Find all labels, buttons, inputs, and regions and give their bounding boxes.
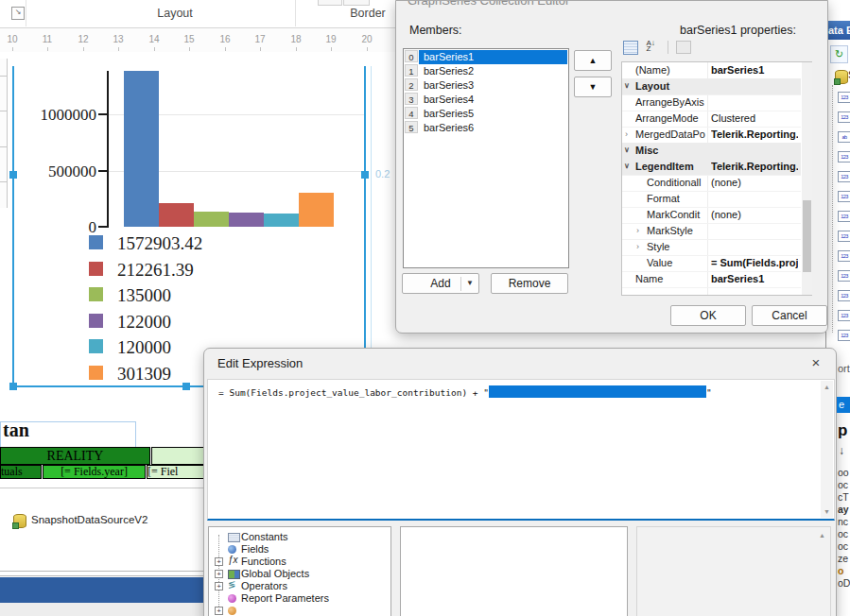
member-row[interactable]: 3 barSeries4 xyxy=(405,93,567,107)
property-grid[interactable]: (Name)barSeries1 ∨Layout ArrangeByAxis A… xyxy=(621,61,812,296)
property-row[interactable]: (Name)barSeries1 xyxy=(622,62,801,79)
ribbon-separator xyxy=(295,0,296,26)
property-row[interactable]: ArrangeByAxis xyxy=(622,94,801,111)
property-category-row[interactable]: ∨Misc xyxy=(622,143,801,160)
table-cell-year-field[interactable]: [= Fields.year] xyxy=(43,465,146,479)
numeric-field-icon[interactable]: 123 xyxy=(838,270,850,282)
numeric-field-icon[interactable]: 123 xyxy=(838,191,850,202)
ruler-number: 13 xyxy=(109,34,128,44)
property-row[interactable]: ›MarkStyle xyxy=(622,223,801,240)
chart-bar xyxy=(194,212,229,227)
selection-handle[interactable] xyxy=(361,171,369,179)
property-row[interactable]: ›MergedDataPoTelerik.Reporting.M xyxy=(622,127,801,144)
table-cell-field[interactable]: [= Fiel xyxy=(147,465,206,479)
cut-toolbar-button[interactable] xyxy=(343,0,370,6)
cut-panel-text-fragment: ze xyxy=(838,553,848,564)
legend-swatch xyxy=(89,366,103,380)
ok-button[interactable]: OK xyxy=(670,305,746,326)
members-listbox[interactable]: 0 barSeries1 1 barSeries2 2 barSeries3 3… xyxy=(403,48,569,268)
property-row[interactable]: ›Style xyxy=(622,239,801,256)
table-cell-reality[interactable]: REALITY xyxy=(0,447,150,465)
property-row[interactable]: Format xyxy=(622,191,801,208)
y-axis-label: 500000 xyxy=(26,163,96,181)
property-row-value[interactable]: Value= Sum(Fields.proje xyxy=(622,255,801,272)
categorized-icon[interactable] xyxy=(623,41,638,55)
scroll-up-icon[interactable]: ▲ xyxy=(821,381,833,393)
expression-items-pane[interactable] xyxy=(400,526,628,616)
status-strip xyxy=(0,577,206,603)
textbox-item-country[interactable]: tan xyxy=(0,421,136,448)
expand-plus-icon[interactable]: + xyxy=(215,582,223,590)
ruler-number: 14 xyxy=(145,34,164,44)
expand-plus-icon[interactable]: + xyxy=(215,557,223,566)
member-row[interactable]: 1 barSeries2 xyxy=(405,64,567,78)
property-row[interactable]: NamebarSeries1 xyxy=(622,271,801,288)
fields-icon xyxy=(228,545,236,554)
alphabetical-sort-icon[interactable]: A↓Z xyxy=(646,41,659,52)
constants-icon xyxy=(228,533,240,542)
expression-category-tree-pane[interactable]: Constants Fields + ƒx Functions + Global… xyxy=(208,526,391,616)
property-category-row[interactable]: ∨LegendItemTelerik.Reporting.L xyxy=(622,159,801,176)
tray-divider xyxy=(0,488,206,488)
numeric-field-icon[interactable]: 123 xyxy=(838,171,850,182)
property-row[interactable]: Conditionall(none) xyxy=(622,175,801,192)
close-icon[interactable]: × xyxy=(807,354,824,370)
chart-bar xyxy=(229,213,264,227)
scroll-up-icon[interactable]: ▲ xyxy=(816,529,828,541)
legend-swatch xyxy=(89,314,103,328)
panel-ridge xyxy=(0,571,206,576)
numeric-field-icon[interactable]: 123 xyxy=(838,330,850,341)
cancel-button[interactable]: Cancel xyxy=(752,305,827,326)
scrollbar[interactable] xyxy=(802,62,812,295)
numeric-field-icon[interactable]: 123 xyxy=(838,151,850,163)
data-explorer-header[interactable]: ata E xyxy=(825,21,850,40)
selection-handle[interactable] xyxy=(182,383,190,390)
cut-panel-text-fragment: ort xyxy=(838,363,850,374)
chart-bar xyxy=(264,214,299,227)
move-up-button[interactable]: ▲ xyxy=(574,50,612,71)
scrollbar[interactable]: ▲ ▼ xyxy=(821,381,833,518)
add-button[interactable]: Add▼ xyxy=(402,273,479,294)
member-row[interactable]: 0 barSeries1 xyxy=(405,50,567,64)
datasource-node-icon xyxy=(835,70,848,84)
functions-icon: ƒx xyxy=(228,556,238,564)
property-category-row[interactable]: ∨Layout xyxy=(622,78,801,95)
move-down-button[interactable]: ▼ xyxy=(574,77,612,97)
ribbon-separator xyxy=(26,0,26,26)
string-field-icon[interactable]: ab xyxy=(838,131,850,143)
ruler-number: 16 xyxy=(216,34,234,44)
table-cell-actuals[interactable]: tuals xyxy=(0,465,42,479)
selection-handle[interactable] xyxy=(9,383,17,390)
ruler-number: 11 xyxy=(38,34,57,44)
dialog-launcher-icon[interactable]: ↘ xyxy=(11,7,25,20)
property-row[interactable]: MarkCondit(none) xyxy=(622,207,801,224)
property-row[interactable]: ArrangeModeClustered xyxy=(622,111,801,128)
selection-edge-left[interactable] xyxy=(12,66,14,387)
member-row[interactable]: 5 barSeries6 xyxy=(405,121,567,135)
numeric-field-icon[interactable]: 123 xyxy=(838,111,850,123)
expand-plus-icon[interactable]: + xyxy=(215,570,223,578)
numeric-field-icon[interactable]: 123 xyxy=(838,250,850,262)
global-objects-icon xyxy=(228,570,240,579)
legend-label: 120000 xyxy=(117,337,171,358)
chevron-down-icon[interactable]: ▼ xyxy=(466,274,474,293)
member-row[interactable]: 4 barSeries5 xyxy=(405,107,567,121)
numeric-field-icon[interactable]: 123 xyxy=(838,92,850,103)
table-cell[interactable] xyxy=(151,447,206,465)
scroll-down-icon[interactable]: ▼ xyxy=(821,505,833,518)
numeric-field-icon[interactable]: 123 xyxy=(838,310,850,321)
legend-label: 301309 xyxy=(117,364,171,385)
numeric-field-icon[interactable]: 123 xyxy=(838,231,850,242)
expression-textarea[interactable]: = Sum(Fields.project_value_labor_contrib… xyxy=(207,379,835,521)
member-row[interactable]: 2 barSeries3 xyxy=(405,78,567,93)
cut-toolbar-button[interactable] xyxy=(318,0,342,6)
window-edge xyxy=(0,603,206,616)
remove-button[interactable]: Remove xyxy=(491,273,568,294)
selection-handle[interactable] xyxy=(9,171,17,179)
numeric-field-icon[interactable]: 123 xyxy=(838,290,850,301)
textbox-item-label: tan xyxy=(3,419,29,441)
selection-edge-right[interactable] xyxy=(364,66,366,387)
numeric-field-icon[interactable]: 123 xyxy=(838,211,850,222)
expand-plus-icon[interactable]: + xyxy=(215,607,223,615)
refresh-icon[interactable]: ↻ xyxy=(830,45,848,63)
